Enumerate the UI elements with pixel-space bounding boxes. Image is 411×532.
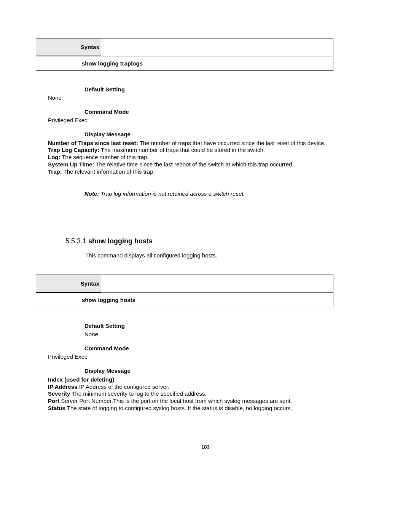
uptime-label: System Up Time:	[48, 161, 94, 168]
page-number: 183	[0, 444, 411, 450]
capacity-label: Trap Log Capacity:	[48, 147, 99, 153]
syntax-box-1: Syntax show logging traplogs	[36, 38, 333, 71]
subsection-title: show logging hosts	[88, 237, 153, 245]
trap-label: Trap:	[48, 168, 62, 175]
note-label: Note:	[84, 190, 99, 197]
severity-text: The minimum severity to log to the speci…	[70, 390, 206, 397]
num-traps-text: The number of traps that have occurred s…	[138, 140, 325, 146]
display-message-body-1: Number of Traps since last reset: The nu…	[48, 140, 365, 176]
default-setting-value-1: None	[48, 94, 365, 102]
display-message-label-2: Display Message	[84, 367, 365, 374]
note-text: Note: Trap log information is not retain…	[84, 190, 365, 197]
display-message-label-1: Display Message	[84, 131, 365, 137]
uptime-text: The relative time since the last reboot …	[94, 161, 293, 168]
log-label: Log:	[48, 154, 60, 160]
status-label: Status	[48, 405, 65, 411]
command-mode-value-2: Privileged Exec	[48, 353, 365, 361]
display-message-body-2: Index (used for deleting) IP Address IP …	[48, 376, 365, 412]
default-setting-label-2: Default Setting	[84, 323, 365, 329]
status-text: The state of logging to configured syslo…	[65, 405, 292, 411]
log-text: The sequence number of this trap.	[60, 154, 148, 160]
capacity-text: The maximum number of traps that could b…	[99, 147, 265, 153]
syntax-command-2: show logging hosts	[36, 292, 333, 307]
subsection-heading: 5.5.3.1 show logging hosts	[65, 237, 365, 245]
index-label: Index (used for deleting)	[48, 376, 114, 383]
port-text: Server Port Number.This is the port on t…	[59, 398, 292, 404]
ip-text: IP Address of the configured server.	[78, 383, 170, 390]
subsection-desc: This command displays all configured log…	[85, 252, 365, 259]
port-label: Port	[48, 398, 59, 404]
syntax-label-1: Syntax	[36, 38, 101, 56]
ip-label: IP Address	[48, 383, 78, 390]
note-body: Trap log information is not retained acr…	[99, 190, 245, 197]
syntax-command-1: show logging traplogs	[36, 56, 333, 70]
syntax-box-2: Syntax show logging hosts	[36, 275, 333, 307]
default-setting-label-1: Default Setting	[84, 86, 365, 93]
trap-text: The relevant information of this trap.	[62, 168, 155, 175]
syntax-label-2: Syntax	[36, 275, 101, 292]
command-mode-label-1: Command Mode	[84, 109, 365, 115]
severity-label: Severity	[48, 390, 70, 397]
num-traps-label: Number of Traps since last reset:	[48, 140, 138, 146]
command-mode-value-1: Privileged Exec	[48, 117, 365, 124]
command-mode-label-2: Command Mode	[84, 345, 365, 351]
default-setting-value-2: None	[84, 331, 365, 338]
subsection-number: 5.5.3.1	[65, 237, 88, 245]
